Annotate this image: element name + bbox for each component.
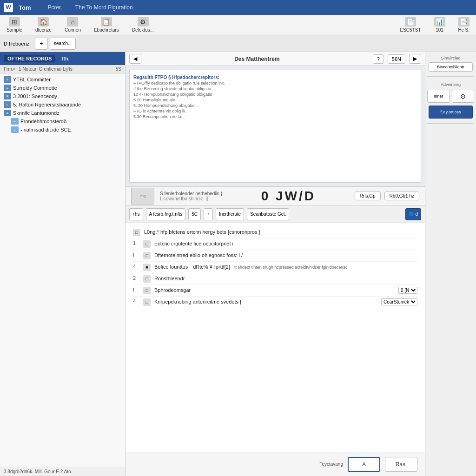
- right-panel-btn-circle[interactable]: ⊙: [452, 90, 475, 103]
- right-panel-section-1: Adveirtinrg Inner ⊙ f.v.y.ortloss: [427, 82, 474, 124]
- outline-item-4[interactable]: ≡ Sknnifc Lantumondz: [0, 109, 125, 117]
- outline-item-2[interactable]: ≡ 3 2001: Soenceody: [0, 92, 125, 100]
- outline-col-1: Frm.•: [4, 66, 15, 72]
- content-row-0: □ L0ng.° hfp bfctens ertchn hergy bets […: [133, 227, 417, 238]
- lower-toolbar-btn-3[interactable]: +: [204, 208, 213, 220]
- toolbar-search[interactable]: search...: [50, 38, 76, 50]
- app-icon: W: [4, 3, 13, 12]
- title-bar: W Tom Pcrer. The To Mord Figuration: [0, 0, 476, 15]
- outline-icon-3: ≡: [4, 101, 11, 108]
- divider-btn-1[interactable]: Rrls,Gp: [355, 192, 381, 200]
- row-icon-3: ■: [143, 264, 151, 271]
- title-tab-1[interactable]: Pcrer.: [46, 3, 64, 12]
- row-text-3: Bofice lounttus dRtc% ¥ Iprttf[2] tt shd…: [154, 264, 417, 271]
- thumbnail: img: [131, 188, 154, 205]
- outline-icon-5: ▪: [11, 118, 19, 125]
- nav-count-btn[interactable]: 56N: [388, 54, 405, 64]
- doc-preview-header: Regsulth FTPO § Hfpedochercrepitors:: [133, 75, 417, 80]
- left-panel-bottom-info: 3 8dgrö2dn6k. Mill. Gour E.2 Ato.: [0, 467, 125, 476]
- big-text: 0 JW/D: [261, 189, 316, 204]
- app-name: Tom: [19, 4, 31, 11]
- toolbar-btn-1[interactable]: +: [35, 38, 48, 50]
- divider-btn-2[interactable]: Rb0,Gb1 hz: [384, 192, 419, 200]
- content-row-1: 1 □ Ectcnc crgolente fice ocpcitorpnet i: [133, 238, 417, 250]
- cancel-button[interactable]: Ras.: [385, 457, 417, 472]
- divider-labels: S.fenlerholender herhehediis } Llcowond …: [160, 191, 222, 201]
- left-tab-active[interactable]: OFTHE RECORDS: [4, 55, 55, 62]
- next-label: Teyctavang: [319, 462, 343, 467]
- lower-section: ↑hs A fcsrb.fng.t.nfts 5C + Incrthcrute …: [126, 205, 425, 476]
- ribbon-btn-dtecrize[interactable]: 🏠 dtecrize: [33, 16, 54, 34]
- lower-toolbar-btn-0[interactable]: ↑hs: [129, 208, 143, 220]
- row-text-4: Ronsthleendr: [154, 275, 417, 282]
- row-3-extra: tt shdect tlnten srugh ncpréssed acteldt…: [234, 265, 349, 270]
- outline-item-3[interactable]: ≡ 5. Halton Rgenersitsbäarände: [0, 100, 125, 109]
- ribbon-icon-esc: 📄: [405, 17, 416, 26]
- row-icon-4: □: [143, 275, 151, 283]
- title-tab-2[interactable]: The To Mord Figuration: [73, 3, 135, 12]
- outline-item-1[interactable]: ≡ Surreidy Commette: [0, 84, 125, 92]
- nav-title: Des Matthentrem: [145, 56, 369, 62]
- inline-input-2[interactable]: Iprttf[2]: [214, 264, 230, 271]
- right-section-label-1: Adveirtinrg: [427, 82, 474, 87]
- lower-toolbar-btn-5[interactable]: Seanbutoste Gct.: [247, 208, 289, 220]
- left-panel-header: OFTHE RECORDS Ith.: [0, 52, 125, 65]
- bottom-bar: Teyctavang A Ras.: [126, 452, 425, 476]
- ribbon-btn-ebuch[interactable]: 📋 Ebuchretars: [91, 16, 122, 34]
- ribbon-btn-hcs[interactable]: 📑 Hc S.: [456, 16, 472, 34]
- center-content: ◀ Des Matthentrem ? 56N ▶ Regsulth FTPO …: [126, 52, 425, 476]
- ribbon-btn-101[interactable]: 📊 101: [431, 16, 448, 34]
- nav-next-btn[interactable]: ▶: [409, 54, 421, 64]
- outline-col-3: 5S: [116, 66, 121, 72]
- lower-toolbar-btn-1[interactable]: A fcsrb.fng.t.nfts: [146, 208, 186, 220]
- ribbon-icon-connen: ⌂: [67, 17, 78, 26]
- right-panel-btn-0[interactable]: Binncresblichtr: [429, 62, 473, 72]
- left-panel: OFTHE RECORDS Ith. Frm.• 1 Notean Grenli…: [0, 52, 126, 476]
- lower-toolbar-btn-2[interactable]: 5C: [188, 208, 201, 220]
- left-tab-inactive[interactable]: Ith.: [58, 55, 73, 62]
- row-text-5: Bphrodeomsgar: [154, 287, 391, 294]
- nav-prev-btn[interactable]: ◀: [129, 54, 141, 64]
- right-panel-btn-inner[interactable]: Inner: [427, 90, 450, 103]
- lower-toolbar-btn-4[interactable]: Incrthcrute: [216, 208, 244, 220]
- content-row-6: 4 □ Knrpepcknobing antenrcitme svedots |…: [133, 297, 417, 308]
- main-layout: OFTHE RECORDS Ith. Frm.• 1 Notean Grenli…: [0, 52, 476, 476]
- ribbon-btn-delek[interactable]: ⚙ Delektos...: [129, 16, 157, 34]
- lower-toolbar-btn-accent[interactable]: 🔵 d: [405, 208, 421, 220]
- row-text-1: Ectcnc crgolente fice ocpcitorpnet i: [154, 240, 417, 247]
- row-text-0: L0ng.° hfp bfctens ertchn hergy bets [cs…: [144, 229, 417, 236]
- dropdown-6[interactable]: CearStomck: [381, 298, 417, 305]
- outline-icon-6: ▪: [11, 126, 19, 133]
- toolbar-area: D Heboenz + search...: [0, 35, 476, 52]
- nav-help-btn[interactable]: ?: [373, 54, 384, 64]
- ribbon-icon-dtecrize: 🏠: [38, 17, 49, 26]
- right-panel-btn-accent[interactable]: f.v.y.ortloss: [429, 106, 473, 119]
- doc-line-6: 5.30 Recomputation de la...: [133, 114, 417, 119]
- row-icon-2: □: [143, 252, 151, 259]
- ribbon-icon-delek: ⚙: [138, 17, 149, 26]
- content-row-2: I □ Dfternoteintred eblio ohiegnosc foss…: [133, 250, 417, 262]
- ribbon-btn-esc[interactable]: 📄 ESC5TST: [397, 16, 424, 34]
- doc-preview-inner: Regsulth FTPO § Hfpedochercrepitors: FTP…: [129, 70, 421, 183]
- outline-item-6[interactable]: ▪ - nälmisäd dit.ide SCE: [7, 126, 125, 134]
- outline-icon-0: ≡: [4, 76, 11, 83]
- row-icon-6: □: [143, 298, 151, 306]
- confirm-button[interactable]: A: [348, 457, 380, 472]
- dropdown-5[interactable]: 0 [N: [398, 287, 417, 294]
- outline-icon-2: ≡: [4, 93, 11, 99]
- divider-section: img S.fenlerholender herhehediis } Llcow…: [126, 187, 425, 205]
- thumbnail-label: S.fenlerholender herhehediis }: [160, 191, 222, 196]
- inline-input-1[interactable]: dRtc% ¥: [193, 264, 212, 271]
- outline-item-5[interactable]: ▪ Frondehhmonsterdö: [7, 117, 125, 126]
- outline-item-0[interactable]: ≡ YTBL Committer: [0, 75, 125, 84]
- ribbon-btn-connen[interactable]: ⌂ Connen: [62, 16, 84, 34]
- right-section-label-0: Simulrcieo: [427, 56, 474, 60]
- doc-preview: Regsulth FTPO § Hfpedochercrepitors: FTP…: [126, 66, 425, 187]
- row-icon-5: □: [143, 287, 151, 294]
- ribbon-icon-hcs: 📑: [458, 17, 469, 26]
- outline-icon-4: ≡: [4, 110, 11, 116]
- ribbon-btn-sample[interactable]: ⊞ Sample: [4, 16, 25, 34]
- ribbon-icon-ebuch: 📋: [101, 17, 112, 26]
- thumbnail-sublabel: Llcowond Ibo shindiz. []: [160, 196, 222, 201]
- ribbon-icon-sample: ⊞: [9, 17, 20, 26]
